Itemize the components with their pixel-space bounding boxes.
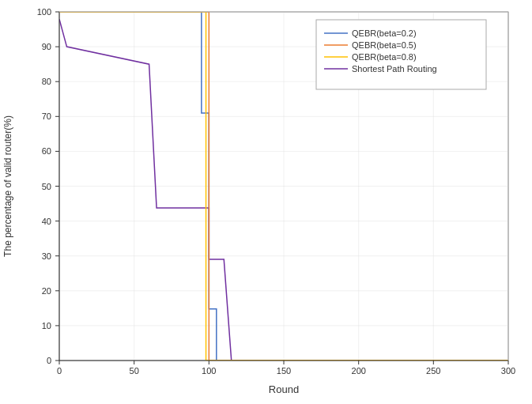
x-tick-300: 300 <box>501 366 515 376</box>
y-tick-30: 30 <box>42 251 51 261</box>
x-tick-0: 0 <box>57 366 62 376</box>
x-tick-250: 250 <box>426 366 440 376</box>
y-tick-0: 0 <box>47 356 51 365</box>
y-tick-90: 90 <box>42 42 51 51</box>
x-tick-200: 200 <box>352 366 366 376</box>
chart-container: 0 10 20 30 40 50 60 70 80 <box>0 0 532 404</box>
x-tick-50: 50 <box>130 366 139 376</box>
x-tick-100: 100 <box>202 366 216 376</box>
x-axis-label: Round <box>269 383 299 395</box>
y-axis-label: The percentage of valid router(%) <box>2 115 13 257</box>
y-tick-70: 70 <box>42 111 51 121</box>
legend-label-qebr02: QEBR(beta=0.2) <box>352 28 417 38</box>
y-tick-50: 50 <box>42 182 51 191</box>
y-tick-10: 10 <box>42 321 51 330</box>
legend-label-qebr08: QEBR(beta=0.8) <box>352 52 417 62</box>
y-tick-20: 20 <box>42 286 51 296</box>
y-tick-100: 100 <box>37 7 51 17</box>
y-tick-80: 80 <box>42 77 51 86</box>
x-tick-150: 150 <box>277 366 291 376</box>
y-tick-40: 40 <box>42 217 51 226</box>
legend-label-spr: Shortest Path Routing <box>352 64 437 74</box>
legend-label-qebr05: QEBR(beta=0.5) <box>352 40 417 50</box>
y-tick-60: 60 <box>42 146 51 156</box>
